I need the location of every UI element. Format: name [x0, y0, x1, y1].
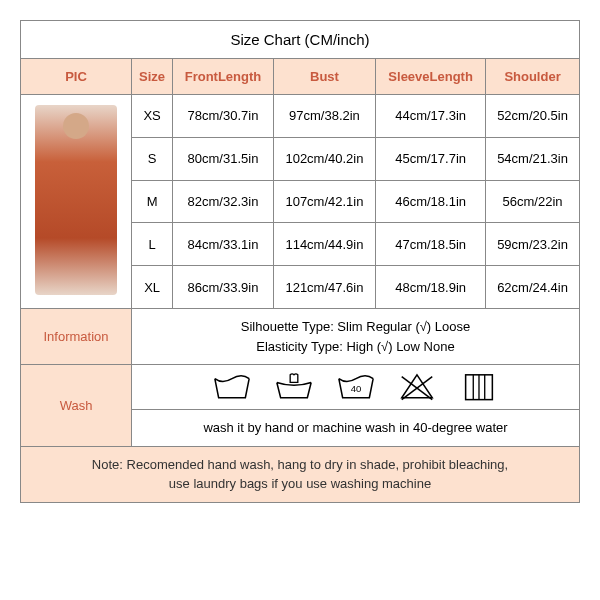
header-sleevelength: SleeveLength — [376, 59, 486, 95]
cell-front: 84cm/33.1in — [173, 223, 274, 266]
cell-shoulder: 52cm/20.5in — [486, 95, 580, 138]
no-bleach-icon — [396, 371, 438, 403]
cell-front: 80cm/31.5in — [173, 137, 274, 180]
cell-size: L — [132, 223, 173, 266]
product-image-cell — [21, 95, 132, 309]
cell-size: S — [132, 137, 173, 180]
note-line2: use laundry bags if you use washing mach… — [169, 476, 431, 491]
size-chart-table: Size Chart (CM/inch) PIC Size FrontLengt… — [20, 20, 580, 503]
chart-title: Size Chart (CM/inch) — [21, 21, 580, 59]
svg-text:40: 40 — [350, 383, 361, 394]
cell-sleeve: 48cm/18.9in — [376, 266, 486, 309]
wash-label: Wash — [21, 365, 132, 447]
note-line1: Note: Recomended hand wash, hang to dry … — [92, 457, 508, 472]
information-cell: Silhouette Type: Slim Regular (√) Loose … — [132, 309, 580, 365]
cell-bust: 102cm/40.2in — [273, 137, 375, 180]
cell-front: 82cm/32.3in — [173, 180, 274, 223]
wash-tub-icon — [211, 371, 253, 403]
dry-icon — [458, 371, 500, 403]
header-shoulder: Shoulder — [486, 59, 580, 95]
cell-size: XS — [132, 95, 173, 138]
wash-icons-cell: 40 — [132, 365, 580, 410]
header-pic: PIC — [21, 59, 132, 95]
cell-size: M — [132, 180, 173, 223]
cell-front: 78cm/30.7in — [173, 95, 274, 138]
cell-shoulder: 56cm/22in — [486, 180, 580, 223]
cell-bust: 97cm/38.2in — [273, 95, 375, 138]
wash-instructions: wash it by hand or machine wash in 40-de… — [132, 410, 580, 447]
cell-bust: 121cm/47.6in — [273, 266, 375, 309]
cell-sleeve: 46cm/18.1in — [376, 180, 486, 223]
cell-shoulder: 62cm/24.4in — [486, 266, 580, 309]
header-size: Size — [132, 59, 173, 95]
cell-shoulder: 59cm/23.2in — [486, 223, 580, 266]
info-elasticity: Elasticity Type: High (√) Low None — [256, 339, 454, 354]
cell-sleeve: 45cm/17.7in — [376, 137, 486, 180]
header-bust: Bust — [273, 59, 375, 95]
header-frontlength: FrontLength — [173, 59, 274, 95]
cell-shoulder: 54cm/21.3in — [486, 137, 580, 180]
product-photo — [35, 105, 117, 295]
hand-wash-icon — [273, 371, 315, 403]
information-label: Information — [21, 309, 132, 365]
cell-bust: 107cm/42.1in — [273, 180, 375, 223]
note-cell: Note: Recomended hand wash, hang to dry … — [21, 446, 580, 502]
cell-bust: 114cm/44.9in — [273, 223, 375, 266]
cell-front: 86cm/33.9in — [173, 266, 274, 309]
info-silhouette: Silhouette Type: Slim Regular (√) Loose — [241, 319, 470, 334]
table-row: XS 78cm/30.7in 97cm/38.2in 44cm/17.3in 5… — [21, 95, 580, 138]
cell-sleeve: 47cm/18.5in — [376, 223, 486, 266]
wash-40-icon: 40 — [335, 371, 377, 403]
cell-sleeve: 44cm/17.3in — [376, 95, 486, 138]
cell-size: XL — [132, 266, 173, 309]
header-row: PIC Size FrontLength Bust SleeveLength S… — [21, 59, 580, 95]
